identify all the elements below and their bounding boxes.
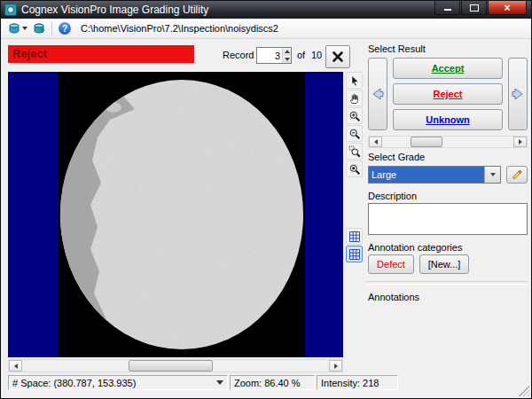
select-grade-label: Select Grade — [368, 152, 425, 162]
annotation-categories-label: Annotation categories — [368, 242, 462, 253]
grade-selected-value: Large — [369, 167, 484, 183]
hand-icon — [348, 92, 360, 105]
open-image-database-button[interactable] — [5, 20, 30, 38]
arrow-right-icon — [509, 85, 527, 103]
zoom-in-icon — [348, 110, 361, 122]
chevron-down-icon — [22, 27, 27, 30]
current-result-banner: Reject — [8, 45, 194, 63]
zoom-status-panel: Zoom: 86.40 % — [230, 375, 315, 390]
record-label: Record — [223, 50, 254, 60]
space-value: (380.787, 153.935) — [53, 378, 136, 388]
select-result-label: Select Result — [368, 43, 426, 54]
intensity-label: Intensity: — [321, 378, 360, 388]
grade-combobox[interactable]: Large — [368, 166, 501, 184]
zoom-label: Zoom: — [234, 378, 262, 388]
of-label: of — [297, 50, 305, 60]
zoom-out-button[interactable] — [346, 125, 363, 142]
scroll-right-button[interactable] — [329, 360, 342, 372]
description-input[interactable] — [368, 203, 528, 235]
grade-dropdown-button[interactable] — [484, 167, 500, 183]
zoom-fit-button[interactable] — [346, 160, 363, 177]
record-scroll-track[interactable] — [382, 137, 513, 147]
app-icon[interactable] — [4, 4, 17, 16]
record-position-scrollbar — [368, 136, 528, 148]
zoom-in-button[interactable] — [346, 107, 363, 124]
maximize-button[interactable] — [461, 1, 487, 15]
window-controls: × — [434, 1, 527, 15]
zoom-value: 86.40 % — [264, 378, 300, 388]
record-up-button[interactable] — [283, 48, 291, 56]
pointer-tool-button[interactable] — [346, 72, 363, 89]
zoom-window-button[interactable] — [346, 143, 363, 160]
grid-icon — [348, 231, 361, 243]
main-toolbar: ? C:\home\VisionPro\7.2\Inspection\noisy… — [1, 19, 531, 39]
record-down-button[interactable] — [283, 56, 291, 64]
minimize-icon — [444, 9, 451, 11]
chevron-down-icon — [285, 58, 290, 61]
record-number-spinner — [256, 47, 292, 64]
database-save-icon — [33, 22, 45, 35]
record-number-input[interactable] — [257, 48, 282, 63]
resize-grip[interactable] — [519, 386, 529, 396]
arrow-right-icon — [334, 364, 338, 369]
space-dropdown-icon[interactable] — [216, 380, 223, 385]
defect-category-button[interactable]: Defect — [368, 254, 414, 274]
pencil-icon — [511, 168, 523, 181]
grid-selected-icon — [348, 248, 361, 261]
record-scroll-left-button[interactable] — [369, 137, 382, 147]
chevron-down-icon — [490, 173, 496, 176]
viewer-hscroll-track[interactable] — [22, 360, 329, 372]
chevron-up-icon — [285, 50, 290, 53]
description-label: Description — [368, 191, 417, 201]
app-window: Cognex VisionPro Image Grading Utility ×… — [0, 0, 532, 399]
pixel-grid-tool-button[interactable] — [346, 228, 363, 245]
pixel-grid-values-button[interactable] — [346, 246, 363, 262]
annotations-list — [368, 304, 528, 389]
toolbar-separator — [51, 21, 52, 35]
close-button[interactable]: × — [488, 1, 527, 15]
title-bar[interactable]: Cognex VisionPro Image Grading Utility × — [1, 1, 531, 19]
disc-image — [59, 72, 305, 357]
arrow-right-icon — [519, 139, 522, 145]
pan-tool-button[interactable] — [346, 90, 363, 106]
viewer-toolstrip — [346, 72, 364, 263]
database-icon — [8, 22, 20, 35]
new-category-button[interactable]: [New...] — [419, 254, 469, 274]
space-label: # Space: — [12, 378, 51, 388]
zoom-out-icon — [348, 128, 361, 140]
edit-grade-button[interactable] — [506, 166, 528, 184]
arrow-left-icon — [14, 364, 18, 369]
scroll-left-button[interactable] — [9, 360, 22, 372]
annotations-label: Annotations — [368, 292, 419, 302]
minimize-button[interactable] — [434, 1, 460, 15]
annotations-divider — [366, 281, 528, 285]
save-image-database-button[interactable] — [30, 20, 48, 38]
next-record-button[interactable] — [508, 58, 528, 130]
delete-record-button[interactable] — [325, 45, 350, 68]
arrow-left-icon — [369, 85, 387, 103]
close-x-icon — [332, 51, 344, 63]
close-icon: × — [504, 3, 510, 13]
record-scroll-thumb[interactable] — [411, 137, 442, 147]
space-status-panel: # Space: (380.787, 153.935) — [8, 375, 228, 390]
viewer-hscroll-thumb[interactable] — [129, 360, 213, 372]
previous-record-button[interactable] — [368, 58, 387, 130]
unknown-button[interactable]: Unknown — [393, 109, 503, 130]
arrow-left-icon — [374, 139, 378, 145]
zoom-fit-icon — [348, 163, 361, 176]
viewer-hscrollbar — [8, 359, 343, 372]
maximize-icon — [470, 4, 479, 12]
accept-button[interactable]: Accept — [393, 58, 503, 79]
record-scroll-right-button[interactable] — [513, 137, 527, 147]
help-icon: ? — [59, 22, 71, 35]
cursor-arrow-icon — [348, 74, 361, 87]
spinner-buttons — [282, 48, 291, 63]
database-path-label: C:\home\VisionPro\7.2\Inspection\noisydi… — [81, 23, 278, 34]
window-title: Cognex VisionPro Image Grading Utility — [21, 4, 208, 16]
image-viewer[interactable] — [8, 72, 343, 357]
help-button[interactable]: ? — [56, 20, 74, 38]
reject-button[interactable]: Reject — [393, 83, 503, 105]
zoom-window-icon — [348, 145, 361, 158]
record-total-label: 10 — [311, 50, 322, 60]
